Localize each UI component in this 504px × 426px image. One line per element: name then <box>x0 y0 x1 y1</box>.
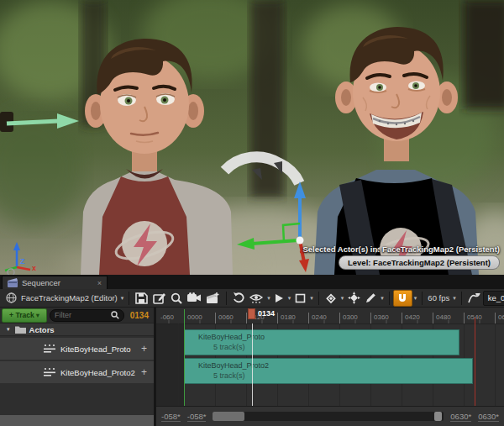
tab-sequencer[interactable]: Sequencer × <box>2 276 108 289</box>
chevron-down-icon: ▾ <box>36 311 39 319</box>
actors-folder-row[interactable]: ▾ Actors <box>0 323 154 336</box>
playback-start-marker[interactable] <box>184 309 185 406</box>
selected-actors-overlay: Selected Actor(s) in: FaceTrackingMap2 (… <box>302 245 500 254</box>
take-name-value: ke_0002 <box>488 293 504 302</box>
snapping-toggle-button[interactable] <box>393 290 412 307</box>
ruler-tick: 0180 <box>277 313 296 323</box>
take-name-field[interactable]: ke_0002 <box>483 291 504 306</box>
sequencer-tabbar: Sequencer × <box>0 275 504 289</box>
current-map-label[interactable]: FaceTrackingMap2 (Editor) <box>19 293 119 302</box>
ruler-tick: 0060 <box>215 313 234 323</box>
edit-mode-button[interactable] <box>363 290 379 307</box>
chevron-down-icon[interactable]: ▾ <box>308 295 315 302</box>
sequencer-toolbar: FaceTrackingMap2 (Editor) ▾ <box>0 289 504 308</box>
save-button[interactable] <box>133 290 150 307</box>
level-name-badge: Level: FaceTrackingMap2 (Persistent) <box>339 255 500 270</box>
outliner-filter-row: + Track ▾ Filter 0134 <box>0 308 154 323</box>
sequencer-panel: Sequencer × FaceTrackingMap2 (Editor) ▾ <box>0 275 504 426</box>
track-row-kiteboyhead-proto2[interactable]: KiteBoyHead_Proto2 + <box>0 361 154 383</box>
section-bar-kiteboyhead-proto[interactable]: KiteBoyHead_Proto 5 track(s) <box>184 329 459 355</box>
outliner-empty-area <box>0 415 154 426</box>
chevron-down-icon[interactable]: ▾ <box>451 295 458 302</box>
undo-icon[interactable] <box>230 290 247 307</box>
section-bar-name: KiteBoyHead_Proto <box>198 333 459 341</box>
world-icon <box>3 290 19 307</box>
section-bar-name: KiteBoyHead_Proto2 <box>198 361 472 370</box>
playhead-frame-label: 0134 <box>258 309 275 318</box>
chevron-down-icon[interactable]: ▾ <box>339 295 346 302</box>
track-lanes[interactable]: KiteBoyHead_Proto 5 track(s) KiteBoyHead… <box>156 323 504 406</box>
add-track-button[interactable]: + Track ▾ <box>2 308 47 323</box>
current-frame-counter: 0134 <box>127 311 152 320</box>
keyframe-options-button[interactable] <box>323 290 339 307</box>
ruler-tick: 0420 <box>402 313 420 323</box>
section-bar-info: 5 track(s) <box>198 371 472 380</box>
track-row-kiteboyhead-proto[interactable]: KiteBoyHead_Proto + <box>0 338 154 360</box>
camera-button[interactable] <box>185 290 204 307</box>
ruler-tick: 0000 <box>184 313 202 323</box>
tab-close-icon[interactable]: × <box>97 279 102 287</box>
playback-options-button[interactable] <box>272 290 286 307</box>
search-icon <box>111 311 119 319</box>
range-scrollbar[interactable] <box>213 412 444 421</box>
add-section-button[interactable]: + <box>141 366 147 378</box>
range-start-field[interactable]: -058* <box>161 412 181 422</box>
sequencer-outliner: + Track ▾ Filter 0134 ▾ Actors KiteBoyHe… <box>0 308 154 426</box>
playback-end-marker[interactable] <box>475 318 475 406</box>
ruler-tick: 0300 <box>339 313 358 323</box>
ruler-tick: 0540 <box>464 313 482 323</box>
timeline-ruler[interactable]: -060 0000 0060 0120 0180 0240 0300 0360 … <box>156 308 504 324</box>
render-movie-button[interactable] <box>204 290 223 307</box>
actor-binding-icon <box>44 344 55 354</box>
track-row-label: KiteBoyHead_Proto2 <box>60 368 136 377</box>
range-end-field[interactable]: 0630* <box>478 412 499 422</box>
ruler-tick: 0240 <box>308 313 327 323</box>
fps-selector[interactable]: 60 fps <box>426 293 451 302</box>
chevron-down-icon[interactable]: ▾ <box>265 295 272 302</box>
add-track-label: + Track <box>9 311 34 319</box>
range-scrollbar-grip[interactable] <box>434 412 442 421</box>
select-edit-options-button[interactable] <box>292 290 308 307</box>
actor-binding-icon <box>44 367 55 377</box>
curve-editor-button[interactable] <box>465 290 483 307</box>
ruler-tick: 0600 <box>495 313 504 323</box>
section-bar-kiteboyhead-proto2[interactable]: KiteBoyHead_Proto2 5 track(s) <box>184 358 473 384</box>
chevron-down-icon[interactable]: ▾ <box>119 295 126 302</box>
axis-x-label: x <box>32 264 36 272</box>
expand-arrow-icon[interactable]: ▾ <box>5 326 12 333</box>
view-range-end-field[interactable]: 0630* <box>450 412 471 422</box>
playhead-line[interactable] <box>252 323 253 406</box>
chevron-down-icon[interactable]: ▾ <box>379 295 386 302</box>
chevron-down-icon[interactable]: ▾ <box>286 295 293 302</box>
chevron-down-icon[interactable]: ▾ <box>412 295 419 302</box>
unreal-editor-window: Selected Actor(s) in: FaceTrackingMap2 (… <box>0 0 504 426</box>
range-scrollbar-handle[interactable] <box>213 412 244 421</box>
level-viewport[interactable]: Selected Actor(s) in: FaceTrackingMap2 (… <box>0 0 504 275</box>
filter-placeholder: Filter <box>55 311 108 319</box>
view-range-start-field[interactable]: -058* <box>187 412 207 422</box>
sequencer-tab-icon <box>8 278 18 287</box>
ruler-tick: 0480 <box>433 313 451 323</box>
folder-icon <box>15 325 26 334</box>
ruler-tick: -060 <box>158 313 174 323</box>
ruler-tick: 0360 <box>370 313 389 323</box>
range-bar: -058* -058* 0630* 0630* <box>156 406 504 426</box>
magnet-icon <box>397 293 407 303</box>
filter-input[interactable]: Filter <box>50 309 124 322</box>
rename-button[interactable] <box>150 290 168 307</box>
actors-folder-label: Actors <box>29 325 55 334</box>
section-bar-info: 5 track(s) <box>198 343 459 351</box>
view-options-icon[interactable] <box>247 290 265 307</box>
tab-title: Sequencer <box>22 278 93 287</box>
search-button[interactable] <box>168 290 185 307</box>
track-row-label: KiteBoyHead_Proto <box>60 344 136 354</box>
add-section-button[interactable]: + <box>141 343 147 355</box>
auto-key-button[interactable] <box>345 290 363 307</box>
viewport-render <box>0 0 504 275</box>
axis-z-label: Z <box>20 257 25 266</box>
playhead-handle[interactable] <box>248 308 255 319</box>
